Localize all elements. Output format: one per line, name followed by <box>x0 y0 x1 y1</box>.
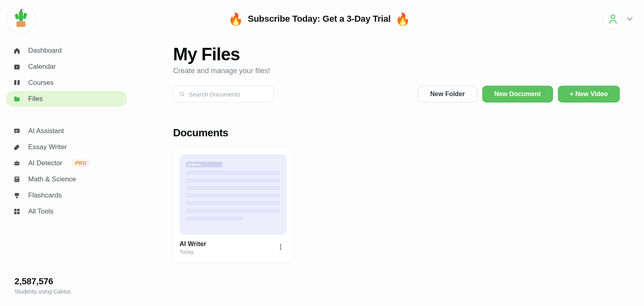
svg-point-14 <box>18 179 19 180</box>
grid-icon <box>13 207 21 216</box>
svg-rect-11 <box>15 178 19 179</box>
svg-point-7 <box>16 163 17 164</box>
sidebar-item-label: AI Assistant <box>28 127 64 135</box>
home-icon <box>13 47 21 55</box>
svg-rect-20 <box>14 209 17 211</box>
svg-rect-23 <box>17 212 20 214</box>
svg-rect-5 <box>15 131 17 132</box>
sidebar-item-label: Essay Writer <box>28 143 67 151</box>
sidebar-footer: 2,587,576 Students using Caktus <box>6 276 127 299</box>
student-count: 2,587,576 <box>14 276 125 287</box>
svg-rect-21 <box>17 209 20 211</box>
sidebar-item-label: Math & Science <box>28 175 76 183</box>
sidebar-item-flashcards[interactable]: Flashcards <box>6 187 127 203</box>
new-folder-button[interactable]: New Folder <box>418 86 477 103</box>
svg-rect-4 <box>15 130 19 131</box>
svg-point-13 <box>17 179 17 180</box>
fire-icon: 🔥 <box>395 12 410 26</box>
new-video-button[interactable]: + New Video <box>558 86 620 103</box>
sidebar-item-label: Dashboard <box>28 47 62 55</box>
document-preview: AI Writer <box>180 154 287 235</box>
svg-rect-18 <box>15 193 19 196</box>
folder-icon <box>13 95 21 103</box>
student-count-label: Students using Caktus <box>14 288 125 295</box>
svg-point-15 <box>16 181 17 181</box>
document-menu-button[interactable] <box>275 241 287 255</box>
flashcards-icon <box>13 191 21 199</box>
svg-rect-19 <box>16 197 18 198</box>
svg-rect-6 <box>14 162 19 165</box>
svg-point-16 <box>17 181 17 181</box>
sidebar-item-ai-assistant[interactable]: AI Assistant <box>6 123 127 139</box>
fire-icon: 🔥 <box>228 12 243 26</box>
svg-rect-22 <box>14 212 17 214</box>
header: 🔥 Subscribe Today: Get a 3-Day Trial 🔥 <box>0 0 644 32</box>
page-title: My Files <box>173 44 620 64</box>
search-icon <box>179 91 185 97</box>
app-logo[interactable] <box>7 5 35 33</box>
cactus-icon <box>13 10 29 28</box>
documents-section-title: Documents <box>173 127 620 139</box>
search-input[interactable] <box>189 91 268 98</box>
subscribe-banner[interactable]: 🔥 Subscribe Today: Get a 3-Day Trial 🔥 <box>228 12 411 26</box>
calculator-icon <box>13 175 21 183</box>
robot-icon <box>13 159 21 167</box>
document-card[interactable]: AI Writer AI Writer Today <box>173 148 293 262</box>
toolbar: New Folder New Document + New Video <box>173 86 620 103</box>
sidebar-item-math-science[interactable]: Math & Science <box>6 171 127 187</box>
avatar <box>604 10 622 28</box>
sidebar-item-label: Calendar <box>28 63 56 71</box>
sidebar: Dashboard 7 Calendar Courses Files <box>0 32 133 306</box>
svg-point-27 <box>280 246 281 248</box>
sidebar-item-label: Courses <box>28 79 54 87</box>
sidebar-item-ai-detector[interactable]: AI Detector PRO <box>6 155 127 171</box>
sidebar-item-essay-writer[interactable]: Essay Writer <box>6 139 127 155</box>
sidebar-item-courses[interactable]: Courses <box>6 75 127 91</box>
svg-rect-9 <box>17 160 17 162</box>
sidebar-item-calendar[interactable]: 7 Calendar <box>6 59 127 75</box>
sidebar-item-files[interactable]: Files <box>6 91 127 107</box>
svg-point-26 <box>280 244 281 245</box>
sidebar-item-label: Files <box>28 95 43 103</box>
main-content: My Files Create and manage your files! N… <box>133 32 644 306</box>
more-vertical-icon <box>277 243 284 251</box>
new-document-button[interactable]: New Document <box>482 86 553 103</box>
svg-point-28 <box>280 248 281 250</box>
user-menu[interactable] <box>604 10 634 28</box>
documents-grid: AI Writer AI Writer Today <box>173 148 620 262</box>
sidebar-item-label: AI Detector <box>28 159 62 167</box>
banner-text: Subscribe Today: Get a 3-Day Trial <box>248 14 391 24</box>
svg-line-25 <box>183 95 184 97</box>
user-icon <box>609 14 617 24</box>
calendar-icon: 7 <box>13 63 21 71</box>
document-title: AI Writer <box>180 240 206 248</box>
chat-icon <box>13 127 21 135</box>
document-preview-tag: AI Writer <box>186 162 222 167</box>
pro-badge: PRO <box>72 159 90 167</box>
page-subtitle: Create and manage your files! <box>173 67 620 75</box>
document-date: Today <box>180 249 206 255</box>
pen-icon <box>13 143 21 151</box>
book-icon <box>13 79 21 87</box>
svg-point-12 <box>16 179 17 180</box>
sidebar-item-dashboard[interactable]: Dashboard <box>6 43 127 59</box>
svg-text:7: 7 <box>16 66 18 69</box>
sidebar-item-all-tools[interactable]: All Tools <box>6 203 127 220</box>
search-box[interactable] <box>173 86 274 103</box>
svg-point-8 <box>17 163 18 164</box>
svg-point-17 <box>18 181 19 181</box>
sidebar-item-label: All Tools <box>28 207 54 216</box>
sidebar-item-label: Flashcards <box>28 191 62 199</box>
chevron-down-icon[interactable] <box>625 14 634 23</box>
svg-point-0 <box>611 15 615 18</box>
